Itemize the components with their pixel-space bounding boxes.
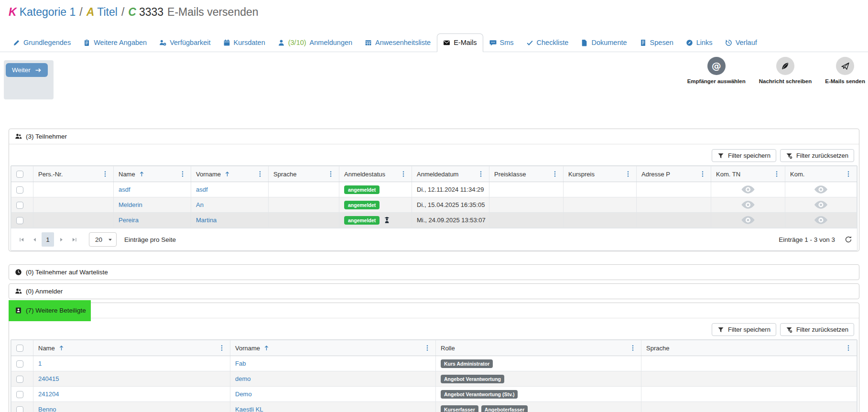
beteiligte-section-header[interactable]: (7) Weitere Beteiligte — [9, 303, 859, 318]
clock-icon — [15, 269, 22, 276]
column-header-anmeldedatum[interactable]: Anmeldedatum — [412, 166, 489, 182]
row-checkbox[interactable] — [16, 391, 23, 398]
breadcrumb-category-link[interactable]: Kategorie 1 — [20, 6, 76, 18]
name-link[interactable]: 240415 — [38, 375, 59, 382]
name-link[interactable]: Pereira — [119, 217, 139, 224]
column-header-kom[interactable]: Kom. — [785, 166, 857, 182]
emails-senden-button[interactable]: E-Mails senden — [825, 57, 865, 84]
column-menu-icon[interactable] — [699, 171, 706, 177]
select-all-checkbox[interactable] — [16, 345, 23, 352]
vorname-link[interactable]: Demo — [235, 390, 252, 398]
select-all-checkbox[interactable] — [16, 171, 23, 178]
column-menu-icon[interactable] — [102, 171, 108, 177]
column-menu-icon[interactable] — [400, 171, 407, 177]
tab-sms[interactable]: Sms — [483, 33, 520, 52]
eye-icon[interactable] — [790, 182, 852, 197]
filter-zuruecksetzen-button[interactable]: Filter zurücksetzen — [780, 149, 854, 162]
column-menu-icon[interactable] — [773, 171, 780, 177]
row-checkbox[interactable] — [16, 360, 23, 368]
empfaenger-auswaehlen-button[interactable]: @ Empfänger auswählen — [687, 57, 746, 84]
name-link[interactable]: asdf — [119, 186, 130, 193]
tab-anwesenheitsliste[interactable]: Anwesenheitsliste — [358, 33, 437, 52]
row-checkbox[interactable] — [16, 217, 23, 224]
column-header-adresse-p[interactable]: Adresse P — [637, 166, 711, 182]
row-checkbox[interactable] — [16, 406, 23, 412]
eye-icon[interactable] — [716, 197, 780, 212]
last-page-button[interactable] — [68, 233, 80, 246]
vorname-link[interactable]: Martina — [196, 217, 217, 224]
tab-links[interactable]: Links — [680, 33, 719, 52]
filter-speichern-button[interactable]: Filter speichern — [712, 323, 776, 336]
tab-verfuegbarkeit[interactable]: Verfügbarkeit — [153, 33, 217, 52]
row-checkbox[interactable] — [16, 376, 23, 383]
anmelder-section-header[interactable]: (0) Anmelder — [9, 284, 859, 299]
vorname-link[interactable]: An — [196, 201, 204, 208]
tab-anmeldungen[interactable]: (3/10)Anmeldungen — [271, 33, 358, 52]
tab-verlauf[interactable]: Verlauf — [719, 33, 763, 52]
column-menu-icon[interactable] — [845, 171, 852, 177]
breadcrumb-offer-link[interactable]: Titel — [97, 6, 118, 18]
vorname-link[interactable]: asdf — [196, 186, 208, 193]
cell-preisklasse — [489, 197, 564, 213]
vorname-link[interactable]: demo — [235, 375, 251, 382]
nachricht-schreiben-button[interactable]: Nachricht schreiben — [759, 57, 812, 84]
tab-grundlegendes[interactable]: Grundlegendes — [7, 33, 77, 52]
weiter-button[interactable]: Weiter — [6, 63, 48, 77]
prev-page-button[interactable] — [29, 233, 40, 246]
filter-zuruecksetzen-button[interactable]: Filter zurücksetzen — [780, 323, 854, 336]
row-checkbox[interactable] — [16, 186, 23, 194]
row-checkbox[interactable] — [16, 202, 23, 209]
calendar-icon — [223, 39, 230, 46]
tab-dokumente[interactable]: Dokumente — [575, 33, 633, 52]
next-page-button[interactable] — [55, 233, 67, 246]
first-page-button[interactable] — [16, 233, 27, 246]
tab-weitere-angaben[interactable]: Weitere Angaben — [77, 33, 153, 52]
column-header-vorname[interactable]: Vorname — [230, 340, 436, 356]
tab-checkliste[interactable]: Checkliste — [520, 33, 575, 52]
column-label: Rolle — [441, 345, 455, 352]
filter-speichern-button[interactable]: Filter speichern — [712, 149, 776, 162]
page-size-select[interactable]: 20 — [89, 232, 117, 247]
name-link[interactable]: 1 — [38, 360, 42, 367]
vorname-link[interactable]: Fab — [235, 360, 246, 367]
column-header-kom-tn[interactable]: Kom. TN — [711, 166, 785, 182]
tab-kursdaten[interactable]: Kursdaten — [217, 33, 271, 52]
column-header-sprache[interactable]: Sprache — [269, 166, 339, 182]
column-menu-icon[interactable] — [625, 171, 631, 177]
column-header-pers-nr[interactable]: Pers.-Nr. — [33, 166, 114, 182]
name-link[interactable]: Benno — [38, 406, 56, 412]
column-menu-icon[interactable] — [179, 171, 186, 177]
current-page-button[interactable]: 1 — [42, 232, 54, 247]
eye-icon[interactable] — [716, 213, 780, 228]
column-header-anmeldestatus[interactable]: Anmeldestatus — [339, 166, 412, 182]
column-menu-icon[interactable] — [477, 171, 484, 177]
column-menu-icon[interactable] — [552, 171, 558, 177]
teilnehmer-section-header[interactable]: (3) Teilnehmer — [9, 129, 859, 144]
column-header-name[interactable]: Name — [114, 166, 191, 182]
eye-icon[interactable] — [716, 182, 780, 197]
tab-spesen[interactable]: Spesen — [633, 33, 680, 52]
status-badge: angemeldet — [344, 185, 380, 194]
column-menu-icon[interactable] — [327, 171, 334, 177]
column-menu-icon[interactable] — [218, 345, 225, 351]
column-menu-icon[interactable] — [424, 345, 431, 351]
warteliste-section-header[interactable]: (0) Teilnehmer auf Warteliste — [9, 265, 859, 280]
column-menu-icon[interactable] — [629, 345, 636, 351]
column-header-name[interactable]: Name — [33, 340, 230, 356]
refresh-icon[interactable] — [845, 236, 852, 243]
name-link[interactable]: Melderin — [119, 201, 142, 208]
chevron-down-icon — [108, 238, 112, 242]
column-header-preisklasse[interactable]: Preisklasse — [489, 166, 564, 182]
column-header-vorname[interactable]: Vorname — [191, 166, 269, 182]
eye-icon[interactable] — [790, 197, 852, 212]
name-link[interactable]: 241204 — [38, 390, 59, 398]
column-header-kurspreis[interactable]: Kurspreis — [564, 166, 637, 182]
vorname-link[interactable]: Kaestli KL — [235, 406, 263, 412]
tab-emails[interactable]: E-Mails — [437, 33, 483, 52]
column-menu-icon[interactable] — [845, 345, 852, 351]
eye-icon[interactable] — [790, 213, 852, 228]
column-menu-icon[interactable] — [257, 171, 263, 177]
action-label: Nachricht schreiben — [759, 78, 812, 84]
column-header-rolle[interactable]: Rolle — [436, 340, 641, 356]
column-header-sprache[interactable]: Sprache — [641, 340, 857, 356]
